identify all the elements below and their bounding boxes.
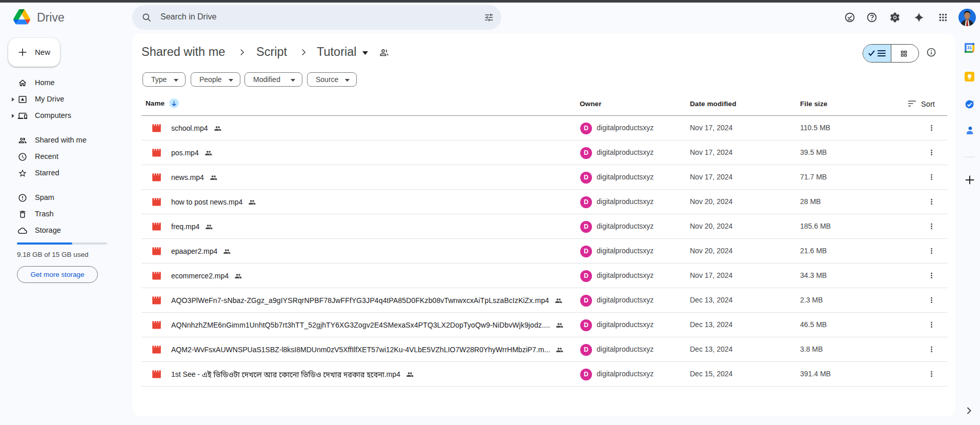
- svg-text:31: 31: [967, 45, 972, 50]
